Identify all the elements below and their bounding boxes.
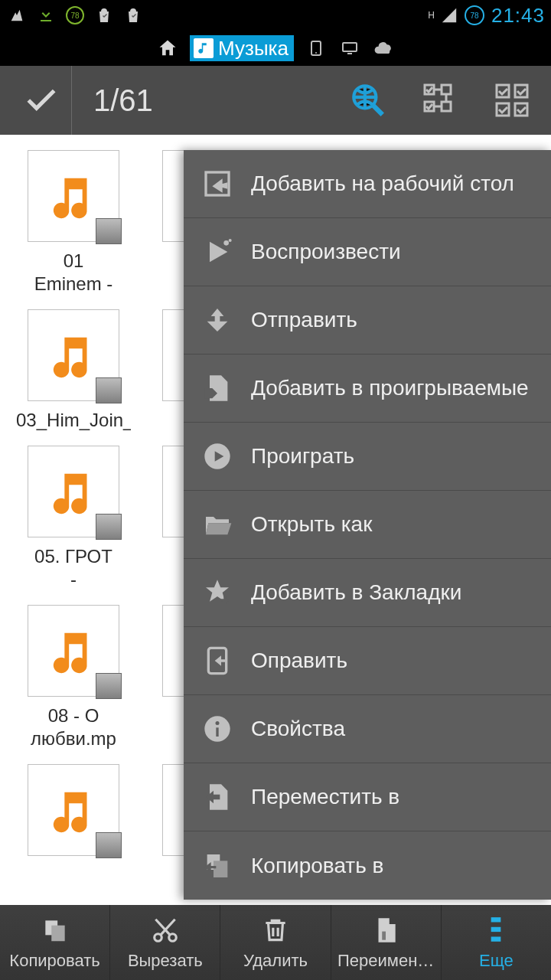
copy-to-icon [201, 849, 234, 883]
music-file-icon [28, 764, 119, 856]
path-tabs: Музыка [0, 31, 551, 66]
menu-item-shortcut[interactable]: Добавить на рабочий стол [184, 150, 551, 218]
menu-item-label: Проиграть [251, 444, 354, 469]
send-icon [201, 303, 234, 337]
music-icon [194, 38, 214, 58]
more-button[interactable]: Еще [442, 905, 551, 980]
svg-rect-7 [347, 53, 352, 54]
svg-rect-22 [491, 917, 501, 922]
svg-rect-23 [491, 927, 501, 932]
svg-rect-13 [497, 85, 509, 97]
svg-point-5 [315, 52, 317, 54]
status-bar: 78 H 78 21:43 [0, 0, 551, 31]
svg-text:78: 78 [70, 11, 80, 20]
phone-icon[interactable] [305, 37, 328, 60]
svg-rect-24 [491, 936, 501, 941]
rename-label: Переимен… [337, 951, 434, 971]
delete-button[interactable]: Удалить [220, 905, 331, 980]
file-item[interactable]: 03_Him_Join_me_in_ [11, 309, 136, 432]
file-label: 03_Him_Join_me_in_ [16, 409, 131, 432]
copy-label: Копировать [9, 951, 99, 971]
bottom-toolbar: Копировать Вырезать Удалить Переимен… Ещ… [0, 905, 551, 980]
file-label: 08 - О любви.mp [16, 704, 131, 750]
cloud-icon[interactable] [372, 37, 395, 60]
menu-item-folder-open[interactable]: Открыть как [184, 491, 551, 559]
signal-icon [441, 7, 458, 24]
svg-rect-14 [515, 85, 527, 97]
menu-item-label: Открыть как [251, 512, 372, 537]
done-button[interactable] [11, 66, 72, 135]
tab-music[interactable]: Музыка [190, 35, 294, 61]
svg-point-26 [223, 240, 229, 246]
svg-rect-12 [442, 102, 451, 111]
context-menu: Добавить на рабочий столВоспроизвестиОтп… [184, 150, 551, 900]
svg-rect-21 [382, 932, 386, 940]
cut-button[interactable]: Вырезать [110, 905, 220, 980]
info-icon [201, 712, 234, 746]
search-web-icon[interactable] [347, 80, 389, 121]
menu-item-label: Свойства [251, 717, 345, 741]
menu-item-label: Переместить в [251, 785, 399, 809]
svg-rect-34 [214, 861, 227, 877]
svg-rect-10 [442, 85, 451, 94]
shortcut-icon [201, 167, 234, 201]
tree-select-icon[interactable] [419, 80, 461, 121]
rename-button[interactable]: Переимен… [331, 905, 442, 980]
cut-label: Вырезать [128, 951, 203, 971]
share-device-icon [201, 644, 234, 678]
menu-item-send[interactable]: Отправить [184, 286, 551, 354]
play-icon [201, 235, 234, 269]
music-file-icon [28, 150, 119, 242]
move-to-icon [201, 780, 234, 814]
bag-icon-2 [122, 5, 144, 26]
svg-rect-18 [51, 926, 64, 942]
file-item[interactable]: 05. ГРОТ - [11, 446, 136, 591]
usb-icon [6, 5, 28, 26]
menu-item-add-file[interactable]: Добавить в проигрываемые [184, 354, 551, 423]
pc-icon[interactable] [338, 37, 361, 60]
svg-point-27 [229, 239, 232, 242]
network-label: H [428, 10, 435, 21]
file-item[interactable]: 08 - О любви.mp [11, 605, 136, 750]
menu-item-move-to[interactable]: Переместить в [184, 763, 551, 831]
menu-item-label: Отправить [251, 308, 357, 332]
tab-music-label: Музыка [218, 37, 289, 60]
menu-item-label: Копировать в [251, 854, 383, 878]
selection-counter: 1/61 [93, 83, 347, 118]
svg-point-32 [216, 721, 220, 725]
menu-item-play-circle[interactable]: Проиграть [184, 423, 551, 491]
trash-icon [259, 914, 292, 946]
ring-78-icon: 78 [464, 5, 485, 26]
music-file-icon [28, 446, 119, 537]
badge-78-icon: 78 [64, 5, 86, 26]
svg-rect-16 [515, 103, 527, 116]
menu-item-share-device[interactable]: Оправить [184, 627, 551, 695]
file-item[interactable]: 01 Eminem - [11, 150, 136, 296]
more-icon [480, 914, 512, 946]
menu-item-label: Добавить в Закладки [251, 580, 461, 605]
selection-bar: 1/61 [0, 66, 551, 135]
select-all-icon[interactable] [491, 80, 533, 121]
menu-item-copy-to[interactable]: Копировать в [184, 831, 551, 900]
svg-rect-15 [497, 103, 509, 116]
menu-item-label: Оправить [251, 648, 347, 673]
copy-button[interactable]: Копировать [0, 905, 110, 980]
home-icon[interactable] [156, 37, 179, 60]
download-icon [35, 5, 57, 26]
menu-item-label: Воспроизвести [251, 240, 401, 264]
more-label: Еще [479, 951, 514, 971]
star-add-icon [201, 576, 234, 609]
music-file-icon [28, 605, 119, 697]
file-label: 01 Eminem - [16, 250, 131, 296]
svg-rect-6 [343, 43, 357, 51]
music-file-icon [28, 309, 119, 401]
menu-item-label: Добавить в проигрываемые [251, 376, 529, 400]
menu-item-play[interactable]: Воспроизвести [184, 218, 551, 286]
svg-rect-31 [216, 727, 218, 737]
rename-icon [370, 914, 402, 946]
clock: 21:43 [491, 4, 545, 28]
file-item[interactable] [11, 764, 136, 864]
menu-item-star-add[interactable]: Добавить в Закладки [184, 559, 551, 627]
menu-item-info[interactable]: Свойства [184, 695, 551, 763]
delete-label: Удалить [243, 951, 308, 971]
